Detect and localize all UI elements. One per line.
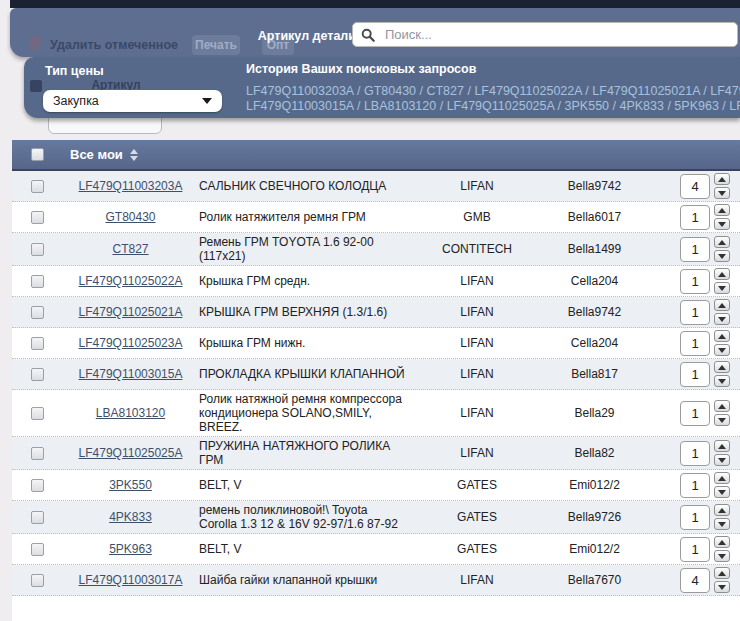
quantity-down-button[interactable] [714, 218, 730, 230]
article-link[interactable]: LF479Q11025021A [79, 305, 183, 319]
article-link[interactable]: LF479Q11025025A [79, 446, 183, 460]
quantity-input[interactable] [680, 568, 710, 593]
quantity-up-button[interactable] [714, 472, 730, 484]
quantity-up-button[interactable] [714, 400, 730, 412]
brand-label: LIFAN [427, 336, 527, 350]
row-checkbox[interactable] [31, 180, 44, 193]
search-history-line-2[interactable]: LF479Q11003015A / LBA8103120 / LF479Q110… [246, 99, 740, 114]
price-type-select[interactable]: Закупка [43, 90, 222, 112]
price-type-label: Тип цены [45, 64, 104, 78]
arrow-down-icon [718, 254, 726, 259]
row-checkbox[interactable] [31, 479, 44, 492]
quantity-down-button[interactable] [714, 414, 730, 426]
part-description: Крышка ГРМ нижн. [199, 336, 427, 350]
arrow-down-icon [718, 554, 726, 559]
quantity-up-button[interactable] [714, 536, 730, 548]
sort-icon[interactable] [130, 149, 138, 161]
user-label: Bella817 [527, 367, 662, 381]
quantity-down-button[interactable] [714, 344, 730, 356]
quantity-input[interactable] [680, 331, 710, 356]
arrow-up-icon [718, 208, 726, 213]
user-label: Cella204 [527, 336, 662, 350]
quantity-down-button[interactable] [714, 486, 730, 498]
article-link[interactable]: GT80430 [105, 210, 155, 224]
article-link[interactable]: LF479Q11003015A [79, 367, 183, 381]
brand-label: LIFAN [427, 274, 527, 288]
quantity-stepper [714, 567, 730, 593]
quantity-input[interactable] [680, 269, 710, 294]
brand-label: LIFAN [427, 367, 527, 381]
article-link[interactable]: 4PK833 [109, 510, 152, 524]
brand-label: CONTITECH [427, 242, 527, 256]
row-checkbox[interactable] [31, 337, 44, 350]
arrow-down-icon [718, 379, 726, 384]
search-history-line-1[interactable]: LF479Q11003203A / GT80430 / CT827 / LF47… [246, 84, 740, 99]
row-checkbox[interactable] [31, 511, 44, 524]
row-checkbox[interactable] [31, 211, 44, 224]
row-checkbox[interactable] [31, 543, 44, 556]
quantity-down-button[interactable] [714, 250, 730, 262]
quantity-down-button[interactable] [714, 187, 730, 199]
arrow-up-icon [718, 303, 726, 308]
quantity-down-button[interactable] [714, 581, 730, 593]
part-description: Шайба гайки клапанной крышки [199, 573, 427, 587]
arrow-down-icon [718, 490, 726, 495]
table-row: 5PK963 BELT, V GATES Emi012/2 [12, 534, 740, 565]
article-link[interactable]: LF479Q11025023A [79, 336, 183, 350]
quantity-input[interactable] [680, 362, 710, 387]
article-link[interactable]: LF479Q11003203A [79, 179, 183, 193]
article-link[interactable]: LF479Q11025022A [79, 274, 183, 288]
quantity-up-button[interactable] [714, 567, 730, 579]
quantity-input[interactable] [680, 205, 710, 230]
user-label: Bella29 [527, 406, 662, 420]
quantity-down-button[interactable] [714, 313, 730, 325]
table-row: 3PK550 BELT, V GATES Emi012/2 [12, 470, 740, 501]
arrow-down-icon [718, 191, 726, 196]
quantity-input[interactable] [680, 174, 710, 199]
quantity-down-button[interactable] [714, 282, 730, 294]
quantity-up-button[interactable] [714, 504, 730, 516]
quantity-stepper [714, 204, 730, 230]
quantity-input[interactable] [680, 473, 710, 498]
search-input[interactable] [375, 27, 737, 42]
row-checkbox[interactable] [31, 447, 44, 460]
row-checkbox[interactable] [31, 243, 44, 256]
brand-label: LIFAN [427, 446, 527, 460]
table-row: CT827 Ремень ГРМ TOYOTA 1.6 92-00 (117x2… [12, 233, 740, 266]
article-link[interactable]: LF479Q11003017A [79, 573, 183, 587]
quantity-input[interactable] [680, 537, 710, 562]
quantity-up-button[interactable] [714, 440, 730, 452]
arrow-down-icon [718, 458, 726, 463]
quantity-up-button[interactable] [714, 361, 730, 373]
quantity-up-button[interactable] [714, 236, 730, 248]
quantity-down-button[interactable] [714, 550, 730, 562]
quantity-down-button[interactable] [714, 518, 730, 530]
quantity-input[interactable] [680, 441, 710, 466]
quantity-up-button[interactable] [714, 204, 730, 216]
row-checkbox[interactable] [31, 574, 44, 587]
row-checkbox[interactable] [31, 275, 44, 288]
article-link[interactable]: 3PK550 [109, 478, 152, 492]
quantity-stepper [714, 268, 730, 294]
quantity-input[interactable] [680, 300, 710, 325]
quantity-up-button[interactable] [714, 268, 730, 280]
row-checkbox[interactable] [31, 407, 44, 420]
brand-label: LIFAN [427, 573, 527, 587]
select-all-checkbox[interactable] [31, 148, 44, 161]
quantity-up-button[interactable] [714, 299, 730, 311]
quantity-up-button[interactable] [714, 330, 730, 342]
quantity-input[interactable] [680, 505, 710, 530]
row-checkbox[interactable] [31, 306, 44, 319]
brand-label: LIFAN [427, 305, 527, 319]
quantity-stepper [714, 400, 730, 426]
article-link[interactable]: 5PK963 [109, 542, 152, 556]
quantity-up-button[interactable] [714, 173, 730, 185]
user-label: Emi012/2 [527, 542, 662, 556]
row-checkbox[interactable] [31, 368, 44, 381]
article-link[interactable]: CT827 [112, 242, 148, 256]
quantity-down-button[interactable] [714, 375, 730, 387]
quantity-input[interactable] [680, 237, 710, 262]
article-link[interactable]: LBA8103120 [96, 406, 165, 420]
quantity-input[interactable] [680, 401, 710, 426]
quantity-down-button[interactable] [714, 454, 730, 466]
